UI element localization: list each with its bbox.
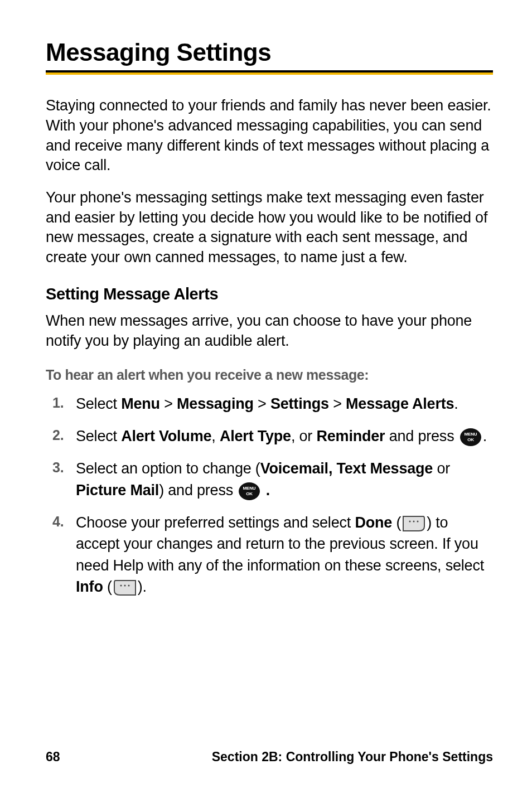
sep: or <box>433 460 450 477</box>
svg-point-7 <box>413 520 415 522</box>
heading-rule <box>46 70 493 75</box>
open-paren: ( <box>103 578 112 595</box>
sep: > <box>329 395 346 412</box>
svg-point-10 <box>124 584 125 586</box>
menu-ok-key-icon: MENUOK <box>238 482 260 501</box>
intro-paragraph-2: Your phone's messaging settings make tex… <box>46 188 493 268</box>
messaging-label: Messaging <box>177 395 254 412</box>
svg-text:MENU: MENU <box>464 432 477 437</box>
menu-ok-key-icon: MENUOK <box>460 428 482 447</box>
step-text: Select an option to change ( <box>76 460 260 477</box>
period: . <box>483 428 487 444</box>
sep: > <box>254 395 270 412</box>
svg-text:MENU: MENU <box>243 486 256 491</box>
left-softkey-icon <box>402 515 425 532</box>
right-softkey-icon <box>113 579 137 596</box>
svg-point-6 <box>409 520 411 522</box>
message-alerts-label: Message Alerts <box>346 395 454 412</box>
section-label: Section 2B: Controlling Your Phone's Set… <box>212 749 493 765</box>
procedure-lead-in: To hear an alert when you receive a new … <box>46 367 493 383</box>
settings-label: Settings <box>270 395 329 412</box>
page-footer: 68 Section 2B: Controlling Your Phone's … <box>46 749 493 765</box>
menu-label: Menu <box>121 395 160 412</box>
svg-point-9 <box>120 584 122 586</box>
alert-type-label: Alert Type <box>220 428 291 444</box>
sep: > <box>160 395 177 412</box>
manual-page: Messaging Settings Staying connected to … <box>0 0 532 798</box>
step-text: Select <box>76 395 121 412</box>
step-text: Select <box>76 428 121 444</box>
step-number: 3. <box>52 458 64 478</box>
svg-point-8 <box>417 520 419 522</box>
step-text: ) and press <box>159 482 237 499</box>
section-intro: When new messages arrive, you can choose… <box>46 311 493 351</box>
intro-paragraph-1: Staying connected to your friends and fa… <box>46 96 493 176</box>
period: . <box>262 482 270 499</box>
open-paren: ( <box>392 514 401 531</box>
step-number: 2. <box>52 425 64 446</box>
step-4: 4. Choose your preferred settings and se… <box>76 512 493 597</box>
page-title: Messaging Settings <box>46 39 493 66</box>
alert-volume-label: Alert Volume <box>121 428 211 444</box>
period: . <box>454 395 458 412</box>
reminder-label: Reminder <box>316 428 385 444</box>
step-1: 1. Select Menu > Messaging > Settings > … <box>76 393 493 414</box>
svg-point-11 <box>128 584 129 586</box>
done-label: Done <box>355 514 392 531</box>
rule-accent <box>46 72 493 75</box>
step-text: Choose your preferred settings and selec… <box>76 514 355 531</box>
svg-text:OK: OK <box>246 491 253 496</box>
picture-mail-label: Picture Mail <box>76 482 159 499</box>
title-block: Messaging Settings <box>46 39 493 75</box>
procedure-steps: 1. Select Menu > Messaging > Settings > … <box>46 393 493 598</box>
page-number: 68 <box>46 749 60 765</box>
step-2: 2. Select Alert Volume, Alert Type, or R… <box>76 425 493 447</box>
step-3: 3. Select an option to change (Voicemail… <box>76 458 493 501</box>
step-number: 4. <box>52 512 64 532</box>
step-number: 1. <box>52 393 64 413</box>
info-label: Info <box>76 578 103 595</box>
step-text: and press <box>385 428 458 444</box>
svg-text:OK: OK <box>467 437 474 442</box>
sep: , <box>211 428 220 444</box>
close-paren: ). <box>138 578 147 595</box>
sep: , or <box>291 428 317 444</box>
voicemail-text-label: Voicemail, Text Message <box>260 460 433 477</box>
section-heading: Setting Message Alerts <box>46 285 493 303</box>
